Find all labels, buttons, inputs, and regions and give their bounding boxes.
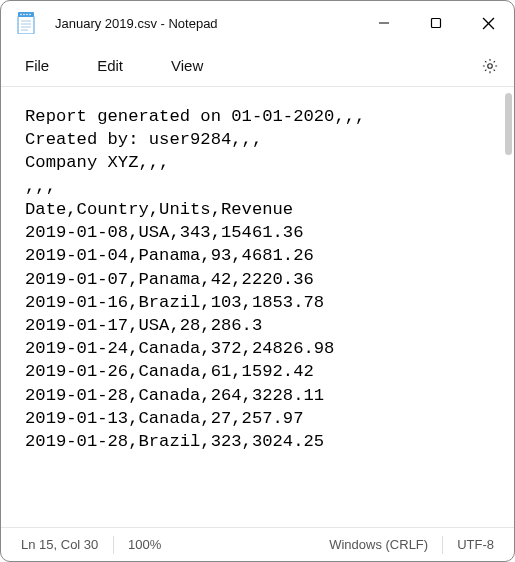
svg-rect-0: [18, 16, 34, 34]
minimize-button[interactable]: [358, 1, 410, 45]
status-cursor-position: Ln 15, Col 30: [7, 534, 113, 556]
svg-rect-11: [432, 19, 441, 28]
editor-area[interactable]: Report generated on 01-01-2020,,, Create…: [1, 87, 514, 527]
status-encoding: UTF-8: [443, 534, 508, 556]
statusbar: Ln 15, Col 30 100% Windows (CRLF) UTF-8: [1, 527, 514, 561]
svg-point-5: [29, 14, 31, 16]
svg-point-4: [26, 14, 28, 16]
notepad-app-icon: [15, 12, 37, 34]
titlebar: January 2019.csv - Notepad: [1, 1, 514, 45]
menu-view[interactable]: View: [157, 49, 217, 82]
svg-point-2: [20, 14, 22, 16]
svg-point-3: [23, 14, 25, 16]
status-zoom[interactable]: 100%: [114, 534, 175, 556]
svg-point-14: [488, 63, 493, 68]
menu-file[interactable]: File: [11, 49, 63, 82]
window-title: January 2019.csv - Notepad: [55, 16, 358, 31]
settings-button[interactable]: [472, 48, 508, 84]
status-line-ending: Windows (CRLF): [315, 534, 442, 556]
window-controls: [358, 1, 514, 45]
menubar: File Edit View: [1, 45, 514, 87]
vertical-scrollbar[interactable]: [505, 93, 512, 155]
maximize-button[interactable]: [410, 1, 462, 45]
menu-edit[interactable]: Edit: [83, 49, 137, 82]
close-button[interactable]: [462, 1, 514, 45]
text-content[interactable]: Report generated on 01-01-2020,,, Create…: [1, 87, 514, 471]
